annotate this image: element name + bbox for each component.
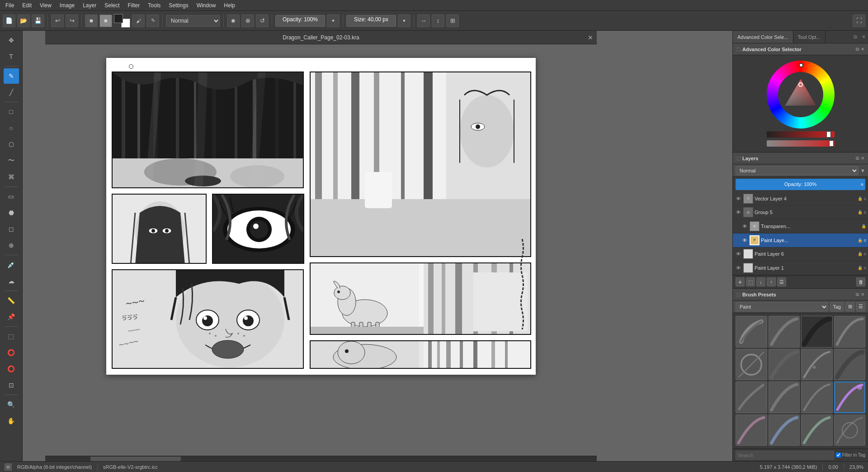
brush-tag-button[interactable]: Tag (830, 302, 844, 311)
fill-button[interactable]: ■ (85, 14, 98, 27)
brush-cell-2[interactable] (769, 316, 800, 348)
tool-select-ellipse[interactable]: ⭕ (4, 345, 19, 360)
brush-cell-16[interactable] (834, 415, 866, 446)
horizontal-scrollbar[interactable] (45, 456, 597, 461)
brush-presets-expand-icon[interactable]: ⧉ (856, 292, 859, 297)
layer-eye-vector4[interactable]: 👁 (735, 196, 742, 201)
brush-settings-button[interactable]: 🖌 (132, 14, 145, 27)
brush-cell-7[interactable] (801, 349, 833, 381)
layer-eye-trans[interactable]: 👁 (741, 224, 748, 229)
layers-close-icon[interactable]: ✕ (861, 156, 864, 161)
save-file-button[interactable]: 💾 (32, 14, 44, 27)
layer-eye-paint-active[interactable]: 👁 (741, 238, 748, 243)
brush-cell-1[interactable] (736, 316, 767, 348)
tool-smudge[interactable]: ☁ (4, 273, 19, 289)
open-file-button[interactable]: 📂 (17, 14, 30, 27)
right-panel-close-button[interactable]: ✕ (859, 34, 868, 40)
tool-select-rect[interactable]: ⬚ (4, 329, 19, 344)
tool-polygon[interactable]: ⬡ (4, 137, 19, 152)
hscroll-thumb[interactable] (90, 457, 181, 461)
tool-eraser[interactable]: ◻ (4, 221, 19, 237)
tool-gradient[interactable]: ▭ (4, 189, 19, 204)
tool-reference[interactable]: 📌 (4, 309, 19, 324)
tool-clone[interactable]: ⊕ (4, 238, 19, 253)
menu-layer[interactable]: Layer (79, 1, 100, 10)
tool-rect[interactable]: □ (4, 104, 19, 119)
paint-tool-button[interactable]: ✎ (146, 14, 159, 27)
redo-button[interactable]: ↪ (66, 14, 78, 27)
document-close-button[interactable]: ✕ (588, 34, 593, 41)
brush-cell-12[interactable] (834, 381, 866, 413)
brush-options-button[interactable]: ☰ (856, 302, 865, 311)
tool-select-path[interactable]: ⊡ (4, 377, 19, 393)
color-bar-2-handle[interactable] (829, 140, 834, 147)
status-mode-button[interactable]: ⊞ (5, 463, 12, 471)
brush-view-button[interactable]: ⊞ (845, 302, 854, 311)
brush-search-input[interactable] (736, 451, 834, 460)
layer-row-vector-4[interactable]: 👁 V Vector Layer 4 🔒 α (733, 192, 868, 206)
grid-button[interactable]: ⊞ (446, 14, 459, 27)
tool-brush[interactable]: ✎ (4, 68, 19, 84)
layers-filter-icon[interactable]: ▼ (860, 168, 865, 173)
brush-size-display[interactable]: Size: 40,00 px (346, 15, 396, 27)
undo-button[interactable]: ↩ (51, 14, 64, 27)
brush-cell-14[interactable] (769, 415, 800, 446)
tool-measure[interactable]: 📏 (4, 293, 19, 308)
tool-pan[interactable]: ✋ (4, 413, 19, 429)
tool-select-freehand[interactable]: ⭕ (4, 361, 19, 377)
expand-button[interactable]: ⛶ (853, 14, 865, 27)
brush-cell-13[interactable] (736, 415, 767, 446)
brush-category-select[interactable]: Paint (736, 302, 828, 311)
layer-eye-paint6[interactable]: 👁 (735, 251, 742, 257)
brush-cell-11[interactable] (801, 381, 833, 413)
layer-menu-button[interactable]: ☰ (777, 277, 786, 286)
tool-path[interactable]: ⌘ (4, 169, 19, 185)
canvas-scroll-area[interactable]: 〜〜〜 ゔゔゔ 〰〰 〜〜〜〜 (45, 44, 597, 461)
layers-opacity-options-icon[interactable]: ≡ (861, 182, 863, 187)
layer-delete-button[interactable]: 🗑 (856, 277, 865, 286)
layer-row-group5[interactable]: 👁 G Group 5 🔒 α (733, 206, 868, 220)
layer-group-button[interactable]: ⬚ (746, 277, 755, 286)
color-selector-close-icon[interactable]: ✕ (861, 47, 864, 52)
menu-file[interactable]: File (2, 1, 18, 10)
brush-cell-10[interactable] (769, 381, 800, 413)
tool-fill[interactable]: ⬣ (4, 205, 19, 220)
right-panel-float-button[interactable]: ⧉ (851, 34, 859, 40)
color-selector-expand-icon[interactable]: ⧉ (856, 47, 859, 52)
layer-row-transparency[interactable]: 👁 ⊠ Transparen... 🔒 (733, 219, 868, 234)
blend-mode-select[interactable]: Normal (166, 15, 220, 27)
layer-row-paint-active[interactable]: 👁 P Paint Laye... 🔒 α (733, 234, 868, 248)
layer-row-paint1[interactable]: 👁 Paint Layer 1 🔒 α (733, 261, 868, 275)
layers-opacity-bar[interactable]: Opacity: 100% ≡ (736, 179, 865, 190)
fill-alt-button[interactable]: ■ (99, 14, 112, 27)
menu-image[interactable]: Image (56, 1, 78, 10)
erase-button[interactable]: ◉ (227, 14, 240, 27)
brush-cell-6[interactable] (769, 349, 800, 381)
brush-cell-4[interactable] (834, 316, 866, 348)
tool-zoom[interactable]: 🔍 (4, 397, 19, 412)
color-gradient-bar-1[interactable] (767, 131, 835, 138)
menu-tools[interactable]: Tools (144, 1, 164, 10)
menu-view[interactable]: View (36, 1, 55, 10)
menu-settings[interactable]: Settings (165, 1, 192, 10)
menu-help[interactable]: Help (220, 1, 239, 10)
layer-up-button[interactable]: ↑ (767, 277, 776, 286)
color-bar-1-handle[interactable] (826, 131, 831, 138)
brush-cell-15[interactable] (801, 415, 833, 446)
opacity-display[interactable]: Opacity: 100% (275, 15, 325, 27)
tab-tool-options[interactable]: Tool Opt... (793, 31, 826, 43)
layers-expand-icon[interactable]: ⧉ (856, 156, 859, 161)
color-triangle[interactable] (783, 76, 819, 113)
tool-ellipse[interactable]: ○ (4, 120, 19, 136)
filter-tag-checkbox-input[interactable] (836, 453, 841, 458)
menu-select[interactable]: Select (101, 1, 123, 10)
mirror-h-button[interactable]: ↔ (417, 14, 430, 27)
brush-presets-close-icon[interactable]: ✕ (861, 292, 864, 297)
menu-edit[interactable]: Edit (19, 1, 35, 10)
tool-transform[interactable]: ✥ (4, 33, 19, 48)
tool-freehand[interactable]: 〜 (4, 153, 19, 168)
brush-cell-9[interactable] (736, 381, 767, 413)
tool-colorpicker[interactable]: 💉 (4, 257, 19, 272)
color-wheel[interactable] (767, 61, 835, 129)
mirror-v-button[interactable]: ↕ (432, 14, 444, 27)
